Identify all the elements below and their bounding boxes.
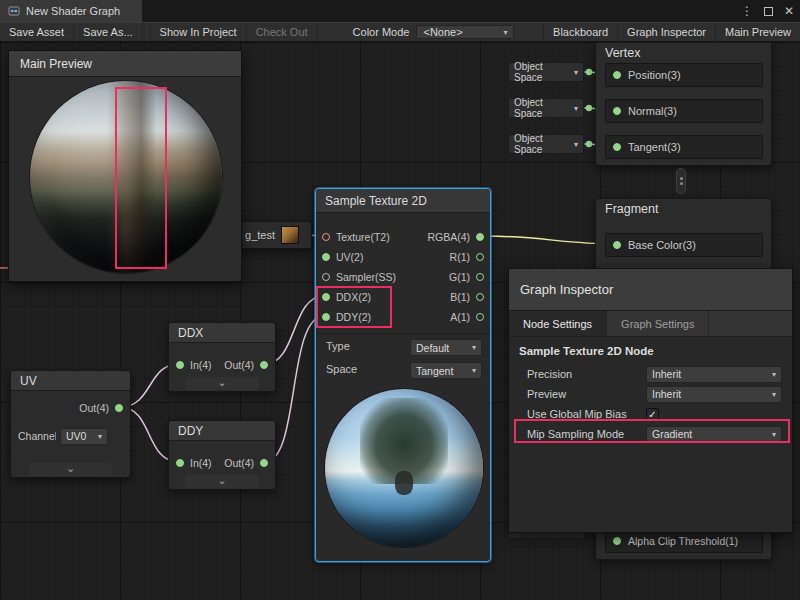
position-space-value: Object Space (514, 61, 569, 83)
ddx-input-port[interactable] (322, 293, 330, 301)
basecolor-label: Base Color(3) (628, 239, 696, 251)
ddy-input-label: DDY(2) (336, 311, 371, 323)
mip-mode-row: Mip Sampling Mode Gradient ▾ (519, 424, 782, 444)
stack-connector (676, 168, 686, 194)
gtest-label: g_test (245, 229, 275, 241)
tab-title: New Shader Graph (26, 5, 120, 17)
main-preview-header[interactable]: Main Preview (9, 51, 241, 77)
caret-down-icon: ▾ (503, 28, 507, 37)
b-output-label: B(1) (450, 291, 470, 303)
uv-title: UV (11, 371, 130, 391)
sample-type-dropdown[interactable]: Default ▾ (410, 339, 482, 356)
sampler-input-label: Sampler(SS) (336, 271, 396, 283)
vertex-block[interactable]: Vertex Position(3) Normal(3) Tangent(3) (595, 42, 772, 166)
main-preview-body (9, 77, 241, 281)
ddx-input-label: DDX(2) (336, 291, 371, 303)
ddy-node[interactable]: DDY In(4) Out(4) ⌄ (168, 420, 276, 490)
uv-out-port[interactable] (115, 404, 123, 412)
mip-bias-label: Use Global Mip Bias (519, 408, 646, 420)
b-output-port[interactable] (476, 293, 484, 301)
shader-graph-icon (8, 5, 20, 17)
vertex-row-position[interactable]: Position(3) (605, 63, 763, 87)
chevron-down-icon[interactable]: ⌄ (29, 463, 112, 476)
position-space-dropdown[interactable]: Object Space ▾ (508, 62, 584, 82)
sampler-input-port[interactable] (322, 273, 330, 281)
ddy-input-port[interactable] (322, 313, 330, 321)
normal-space-dropdown[interactable]: Object Space ▾ (508, 98, 584, 118)
sample-texture-2d-node[interactable]: Sample Texture 2D Texture(T2) UV(2) Samp… (315, 188, 491, 562)
ddx-out-row: Out(4) (224, 355, 268, 375)
graph-inspector-toggle-button[interactable]: Graph Inspector (617, 23, 715, 41)
basecolor-port[interactable] (613, 241, 621, 249)
graph-inspector-header[interactable]: Graph Inspector (509, 269, 792, 311)
texture-input-port[interactable] (322, 233, 330, 241)
normal-space-value: Object Space (514, 97, 569, 119)
caret-down-icon: ▾ (574, 140, 578, 149)
uv-channel-dropdown[interactable]: UV0 ▾ (60, 428, 108, 445)
ddx-in-port[interactable] (176, 361, 184, 369)
mip-mode-label: Mip Sampling Mode (519, 428, 646, 440)
mip-mode-dropdown[interactable]: Gradient ▾ (646, 426, 782, 443)
texture-input-label: Texture(T2) (336, 231, 390, 243)
tangent-space-value: Object Space (514, 133, 569, 155)
uv-input-port[interactable] (322, 253, 330, 261)
menu-icon[interactable]: ⋮ (741, 4, 753, 18)
tangent-space-dropdown[interactable]: Object Space ▾ (508, 134, 584, 154)
main-preview-panel[interactable]: Main Preview (8, 50, 242, 282)
g-output-port[interactable] (476, 273, 484, 281)
graph-inspector-panel[interactable]: Graph Inspector Node Settings Graph Sett… (508, 268, 793, 533)
sample-space-value: Tangent (416, 365, 453, 377)
ddy-in-row: In(4) (176, 453, 212, 473)
color-mode-dropdown[interactable]: <None> ▾ (416, 25, 514, 39)
normal-port[interactable] (613, 107, 621, 115)
position-port[interactable] (613, 71, 621, 79)
document-tab[interactable]: New Shader Graph (0, 0, 142, 22)
rgba-output-port[interactable] (476, 233, 484, 241)
alphaclip-port[interactable] (613, 537, 621, 545)
tab-graph-settings[interactable]: Graph Settings (607, 311, 709, 336)
chevron-down-icon[interactable]: ⌄ (185, 475, 259, 488)
ddx-node[interactable]: DDX In(4) Out(4) ⌄ (168, 322, 276, 392)
sample-space-dropdown[interactable]: Tangent ▾ (410, 362, 482, 379)
sample-preview-sphere[interactable] (325, 389, 483, 547)
show-in-project-button[interactable]: Show In Project (150, 23, 247, 41)
vertex-row-tangent[interactable]: Tangent(3) (605, 135, 763, 159)
main-preview-toggle-button[interactable]: Main Preview (715, 23, 800, 41)
caret-down-icon: ▾ (98, 432, 102, 441)
mip-bias-checkbox[interactable]: ✓ (646, 408, 659, 421)
inspector-tab-bar: Node Settings Graph Settings (509, 311, 792, 337)
uv-out-label: Out(4) (79, 402, 109, 414)
preview-dropdown[interactable]: Inherit ▾ (646, 386, 782, 403)
uv-node[interactable]: UV Out(4) Channel UV0 ▾ ⌄ (10, 370, 131, 478)
uv-channel-label: Channel (18, 430, 56, 442)
a-output-port[interactable] (476, 313, 484, 321)
ddy-in-port[interactable] (176, 459, 184, 467)
ddy-out-row: Out(4) (224, 453, 268, 473)
save-asset-button[interactable]: Save Asset (0, 23, 74, 41)
save-as-button[interactable]: Save As... (74, 23, 143, 41)
fragment-row-basecolor[interactable]: Base Color(3) (605, 233, 763, 257)
vertex-row-normal[interactable]: Normal(3) (605, 99, 763, 123)
ddy-out-port[interactable] (260, 459, 268, 467)
caret-down-icon: ▾ (574, 68, 578, 77)
fragment-title: Fragment (596, 199, 771, 219)
sample-type-value: Default (416, 342, 449, 354)
caret-down-icon: ▾ (772, 390, 776, 399)
close-icon[interactable]: ✕ (784, 4, 794, 18)
r-output-label: R(1) (450, 251, 470, 263)
tangent-label: Tangent(3) (628, 141, 681, 153)
title-bar: New Shader Graph ⋮ ✕ (0, 0, 800, 22)
ddx-out-port[interactable] (260, 361, 268, 369)
chevron-down-icon[interactable]: ⌄ (185, 377, 259, 390)
texture-thumbnail (281, 226, 299, 244)
main-preview-sphere[interactable] (30, 81, 222, 273)
blackboard-toggle-button[interactable]: Blackboard (543, 23, 617, 41)
maximize-icon[interactable] (764, 7, 773, 16)
r-output-port[interactable] (476, 253, 484, 261)
precision-dropdown[interactable]: Inherit ▾ (646, 366, 782, 383)
window-controls: ⋮ ✕ (741, 0, 794, 22)
tangent-port[interactable] (613, 143, 621, 151)
tab-node-settings[interactable]: Node Settings (509, 311, 607, 336)
toolbar: Save Asset Save As... Show In Project Ch… (0, 22, 800, 42)
vertex-title: Vertex (596, 43, 771, 63)
